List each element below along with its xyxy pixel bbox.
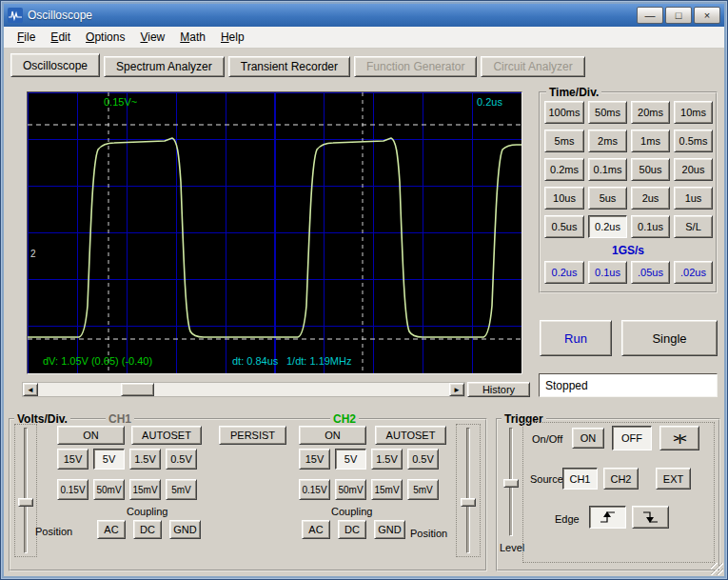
timediv-0.1ms-button[interactable]: 0.1ms [588,158,627,181]
resize-grip[interactable] [711,563,723,575]
timediv-fast-0.2us-button[interactable]: 0.2us [544,261,584,284]
timediv-0.5us-button[interactable]: 0.5us [544,215,584,238]
ch2-0.5v-button[interactable]: 0.5V [407,449,439,470]
ch1-position-track[interactable] [24,428,28,553]
horizontal-scrollbar[interactable]: ◄ ► [22,382,465,397]
ch2-on-button[interactable]: ON [299,426,366,445]
timediv-fast-.05us-button[interactable]: .05us [631,261,670,284]
ch1-position-slider[interactable] [16,426,35,555]
timediv-100ms-button[interactable]: 100ms [544,101,584,124]
trigger-on-button[interactable]: ON [572,428,604,449]
trigger-mark-icon[interactable]: >|< [659,426,699,450]
menu-edit[interactable]: Edit [43,28,78,47]
tab-transient-recorder[interactable]: Transient Recorder [228,56,350,77]
ch2-0.15v-button[interactable]: 0.15V [299,479,330,500]
delta-voltage-readout: dV: 1.05V (0.65) (-0.40) [43,355,152,367]
ch2-5mv-button[interactable]: 5mV [407,479,439,500]
volts-per-div-readout: 0.15V~ [104,96,137,108]
menu-bar: File Edit Options View Math Help [4,27,724,49]
ch2-position-track[interactable] [466,428,470,553]
ch1-0.5v-button[interactable]: 0.5V [166,449,197,470]
timediv-5ms-button[interactable]: 5ms [544,130,584,152]
scroll-left-arrow-icon[interactable]: ◄ [23,383,38,396]
ch2-15mv-button[interactable]: 15mV [371,479,403,500]
ch1-on-button[interactable]: ON [57,426,125,445]
scope-plot [28,92,521,373]
maximize-button[interactable]: □ [665,7,692,24]
timediv-10us-button[interactable]: 10us [544,187,584,210]
trigger-off-button[interactable]: OFF [612,426,652,450]
scope-screen: 0.15V~ 0.2us 2 dV: 1.05V (0.65) (-0.40) … [27,91,522,374]
ch1-0.15v-button[interactable]: 0.15V [57,479,89,500]
ch1-position-thumb[interactable] [18,498,33,507]
ch2-coupling-ac-button[interactable]: AC [302,520,330,539]
timediv-0.1us-button[interactable]: 0.1us [631,215,670,238]
ch2-50mv-button[interactable]: 50mV [335,479,366,500]
ch2-1.5v-button[interactable]: 1.5V [371,449,403,470]
ch2-5v-button[interactable]: 5V [335,449,366,470]
timediv-0.2us-button[interactable]: 0.2us [588,215,627,238]
window-controls: — □ × [637,7,720,24]
ch1-15v-button[interactable]: 15V [57,449,89,470]
ch1-coupling-gnd-button[interactable]: GND [169,520,201,539]
ch2-coupling-dc-button[interactable]: DC [338,520,366,539]
trigger-source-ext-button[interactable]: EXT [656,468,691,490]
timediv-2ms-button[interactable]: 2ms [588,130,627,152]
menu-view[interactable]: View [132,28,172,47]
single-button[interactable]: Single [621,320,718,356]
trigger-edge-falling-button[interactable] [632,506,669,529]
timediv-sl-button[interactable]: S/L [674,215,713,238]
trigger-source-ch1-button[interactable]: CH1 [562,468,598,490]
close-button[interactable]: × [694,7,720,24]
trigger-source-label: Source [530,473,563,485]
trigger-edge-rising-button[interactable] [589,506,626,529]
ch1-autoset-button[interactable]: AUTOSET [131,426,202,445]
timediv-fast-0.1us-button[interactable]: 0.1us [588,261,627,284]
timediv-20us-button[interactable]: 20us [674,158,713,181]
timediv-50ms-button[interactable]: 50ms [588,101,627,124]
timediv-20ms-button[interactable]: 20ms [631,101,670,124]
falling-edge-icon [641,510,660,525]
timediv-5us-button[interactable]: 5us [588,187,627,210]
ch2-position-thumb[interactable] [461,498,476,507]
ch1-1.5v-button[interactable]: 1.5V [129,449,161,470]
ch2-15v-button[interactable]: 15V [299,449,330,470]
tab-spectrum-analyzer[interactable]: Spectrum Analyzer [104,56,225,77]
trigger-level-thumb[interactable] [503,479,519,488]
run-button[interactable]: Run [540,320,612,356]
trigger-source-ch2-button[interactable]: CH2 [603,468,639,490]
timediv-50us-button[interactable]: 50us [631,158,670,181]
titlebar[interactable]: Oscilloscope — □ × [4,4,724,27]
menu-math[interactable]: Math [172,28,213,47]
ch2-position-slider[interactable] [459,426,478,555]
ch2-autoset-button[interactable]: AUTOSET [375,426,446,445]
menu-file[interactable]: File [10,28,43,47]
ch1-50mv-button[interactable]: 50mV [93,479,125,500]
timediv-2us-button[interactable]: 2us [631,187,670,210]
ch2-coupling-gnd-button[interactable]: GND [374,520,405,539]
timediv-0.5ms-button[interactable]: 0.5ms [674,130,713,152]
sample-rate-label: 1GS/s [541,244,716,257]
timediv-1us-button[interactable]: 1us [674,187,713,210]
scroll-right-arrow-icon[interactable]: ► [449,383,464,396]
scrollbar-thumb[interactable] [121,383,154,396]
minimize-button[interactable]: — [637,7,663,24]
ch1-5mv-button[interactable]: 5mV [166,479,197,500]
timediv-0.2ms-button[interactable]: 0.2ms [544,158,584,181]
history-button[interactable]: History [467,382,530,397]
ch1-coupling-ac-button[interactable]: AC [97,520,126,539]
tab-oscilloscope[interactable]: Oscilloscope [10,53,100,77]
ch2-label: CH2 [330,412,359,426]
persist-button[interactable]: PERSIST [219,426,286,445]
timediv-10ms-button[interactable]: 10ms [674,101,713,124]
menu-options[interactable]: Options [78,28,132,47]
trigger-level-slider[interactable] [502,426,521,538]
ch1-15mv-button[interactable]: 15mV [129,479,161,500]
ch1-label: CH1 [106,412,134,426]
timediv-1ms-button[interactable]: 1ms [631,130,670,152]
menu-help[interactable]: Help [213,28,252,47]
timediv-fast-.02us-button[interactable]: .02us [674,261,713,284]
channel-2-marker[interactable]: 2 [30,249,36,259]
ch1-5v-button[interactable]: 5V [93,449,125,470]
ch1-coupling-dc-button[interactable]: DC [133,520,162,539]
